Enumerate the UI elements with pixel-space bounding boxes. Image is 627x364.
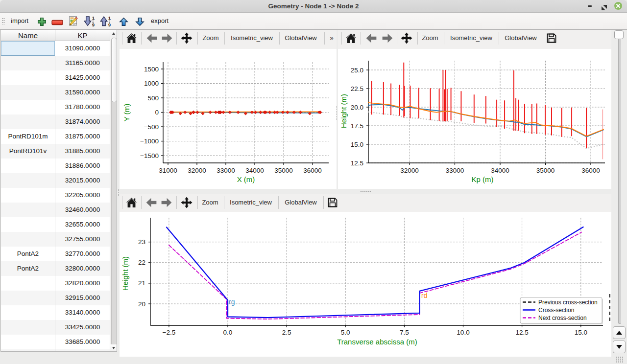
svg-text:35000: 35000 — [536, 167, 555, 174]
svg-text:15.0: 15.0 — [351, 141, 363, 148]
svg-text:36000: 36000 — [581, 167, 600, 174]
svg-text:1000: 1000 — [144, 80, 159, 87]
svg-text:32000: 32000 — [400, 167, 419, 174]
svg-text:rd: rd — [421, 292, 427, 299]
svg-text:0: 0 — [155, 109, 159, 116]
svg-text:Previous cross-section: Previous cross-section — [538, 299, 598, 306]
svg-text:1500: 1500 — [144, 66, 159, 73]
svg-text:X (m): X (m) — [237, 175, 255, 183]
svg-text:10.0: 10.0 — [457, 329, 469, 336]
svg-text:Y (m): Y (m) — [122, 104, 131, 121]
svg-text:32000: 32000 — [188, 167, 206, 174]
svg-text:35000: 35000 — [274, 167, 293, 174]
svg-text:31000: 31000 — [159, 167, 177, 174]
svg-text:20: 20 — [138, 300, 145, 308]
svg-text:−2.5: −2.5 — [163, 329, 176, 336]
svg-text:−500: −500 — [144, 123, 159, 131]
svg-text:22: 22 — [138, 259, 145, 266]
svg-text:9: 9 — [92, 23, 95, 27]
svg-text:−1000: −1000 — [140, 137, 159, 145]
svg-text:1: 1 — [108, 16, 111, 21]
svg-text:33000: 33000 — [446, 167, 464, 174]
svg-text:7.5: 7.5 — [400, 329, 409, 336]
svg-text:15.0: 15.0 — [575, 329, 587, 336]
svg-text:0.0: 0.0 — [223, 329, 233, 336]
svg-text:34000: 34000 — [245, 167, 264, 174]
svg-text:12.5: 12.5 — [351, 159, 363, 167]
svg-text:21: 21 — [138, 279, 145, 287]
svg-text:1: 1 — [92, 16, 95, 21]
svg-text:2.5: 2.5 — [282, 329, 291, 336]
svg-text:33000: 33000 — [217, 167, 235, 174]
svg-text:Cross-section: Cross-section — [538, 307, 574, 314]
svg-text:36000: 36000 — [303, 167, 322, 174]
svg-text:22.5: 22.5 — [351, 85, 363, 92]
svg-text:Next cross-section: Next cross-section — [538, 315, 587, 321]
svg-text:23: 23 — [138, 238, 145, 246]
svg-text:−1500: −1500 — [140, 152, 159, 159]
svg-text:Height (m): Height (m) — [339, 94, 348, 128]
svg-text:5.0: 5.0 — [341, 329, 350, 336]
svg-text:20.0: 20.0 — [351, 104, 363, 111]
svg-text:Height (m): Height (m) — [121, 256, 129, 291]
svg-text:500: 500 — [147, 94, 159, 102]
svg-text:12.5: 12.5 — [515, 329, 528, 336]
svg-text:34000: 34000 — [491, 167, 509, 174]
svg-text:17.5: 17.5 — [351, 122, 363, 130]
svg-text:9: 9 — [108, 23, 111, 27]
svg-text:rg: rg — [229, 298, 235, 306]
svg-text:Kp (m): Kp (m) — [472, 175, 494, 183]
svg-text:25.0: 25.0 — [351, 67, 363, 74]
svg-text:Transverse abscissa (m): Transverse abscissa (m) — [337, 338, 417, 346]
